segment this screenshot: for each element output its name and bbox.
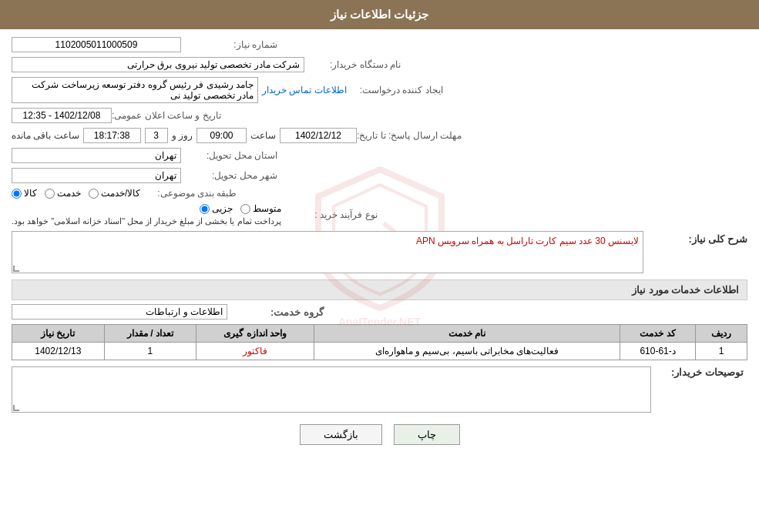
purchase-type-row: نوع فرآیند خرید : متوسط جزیی پرداخت تمام… [12,203,747,226]
delivery-city-value: تهران [12,168,181,183]
back-button[interactable]: بازگشت [300,424,382,445]
cell-service-name: فعالیت‌های مخابراتی باسیم، بی‌سیم و ماهو… [314,343,620,360]
category-label: طبقه بندی موضوعی: [140,188,240,199]
col-service-name: نام خدمت [314,325,620,343]
delivery-province-label: استان محل تحویل: [181,150,281,161]
col-need-date: تاریخ نیاز [12,325,105,343]
buyer-notes-resize [13,405,19,411]
table-row: 1 د-61-610 فعالیت‌های مخابراتی باسیم، بی… [12,343,747,360]
delivery-city-label: شهر محل تحویل: [181,170,281,181]
response-deadline-row: مهلت ارسال پاسخ: تا تاریخ: 1402/12/12 سا… [12,128,747,143]
service-group-value: اطلاعات و ارتباطات [12,304,227,320]
purchase-type-label: نوع فرآیند خرید : [281,209,381,220]
page-header: جزئیات اطلاعات نیاز [0,0,759,29]
cell-row-num: 1 [696,343,747,360]
remaining-label: ساعت باقی مانده [12,130,79,141]
category-row: طبقه بندی موضوعی: کالا/خدمت خدمت کالا [12,188,747,199]
print-button[interactable]: چاپ [394,424,460,445]
response-time-remaining: 18:17:38 [83,128,141,143]
category-kala-label: کالا [24,188,37,199]
purchase-motevaset[interactable]: متوسط [240,203,281,214]
cell-service-code: د-61-610 [620,343,695,360]
response-days-value: 3 [145,128,168,143]
need-number-value: 1102005011000509 [12,37,181,52]
buying-org-value: شرکت مادر تخصصی تولید نیروی برق حرارتی [12,57,304,72]
category-kala[interactable]: کالا [12,188,37,199]
cell-quantity: 1 [104,343,196,360]
resize-handle [13,266,19,272]
footer-buttons: چاپ بازگشت [12,417,747,453]
response-date-value: 1402/12/12 [280,128,357,143]
purchase-motevaset-label: متوسط [253,203,281,214]
description-value: لایسنس 30 عدد سیم کارت تاراسل به همراه س… [12,231,643,273]
description-box-wrapper: لایسنس 30 عدد سیم کارت تاراسل به همراه س… [12,231,643,273]
col-service-code: کد خدمت [620,325,695,343]
requester-value: جامد رشیدی فر رئیس گروه دفتر توسعه زیرسا… [12,77,258,103]
purchase-type-notice: پرداخت تمام یا بخشی از مبلغ خریدار از مح… [12,216,281,226]
buying-org-label: نام دستگاه خریدار: [304,59,405,70]
category-kala-khedmat[interactable]: کالا/خدمت [89,188,140,199]
time-label: ساعت [250,130,276,141]
service-group-label: گروه خدمت: [227,306,327,318]
delivery-province-value: تهران [12,148,181,163]
cell-need-date: 1402/12/13 [12,343,105,360]
purchase-type-radio-group: متوسط جزیی [200,203,281,214]
buyer-notes-box[interactable] [12,366,651,413]
purchase-jozei[interactable]: جزیی [200,203,233,214]
category-khedmat-label: خدمت [57,188,81,199]
services-info-title: اطلاعات خدمات مورد نیاز [12,279,747,300]
purchase-jozei-label: جزیی [212,203,233,214]
col-row-num: ردیف [696,325,747,343]
buyer-notes-label: توصیحات خریدار: [655,366,747,378]
page-title: جزئیات اطلاعات نیاز [331,8,428,21]
need-number-label: شماره نیاز: [181,39,281,50]
requester-row: ایجاد کننده درخواست: اطلاعات تماس خریدار… [12,77,747,103]
category-kala-khedmat-label: کالا/خدمت [101,188,140,199]
buying-org-row: نام دستگاه خریدار: شرکت مادر تخصصی تولید… [12,57,747,72]
description-label: شرح کلی نیاز: [647,231,747,245]
announce-date-value: 1402/12/08 - 12:35 [12,108,112,123]
services-table: ردیف کد خدمت نام خدمت واحد اندازه گیری ت… [12,324,747,360]
category-radio-group: کالا/خدمت خدمت کالا [12,188,140,199]
announce-datetime-row: تاریخ و ساعت اعلان عمومی: 1402/12/08 - 1… [12,108,747,123]
delivery-province-row: استان محل تحویل: تهران [12,148,747,163]
response-time-value: 09:00 [196,128,247,143]
need-number-row: شماره نیاز: 1102005011000509 [12,37,747,52]
requester-label: ایجاد کننده درخواست: [347,85,447,95]
col-unit: واحد اندازه گیری [196,325,314,343]
response-deadline-label: مهلت ارسال پاسخ: تا تاریخ: [357,130,465,141]
days-label: روز و [172,130,193,141]
col-quantity: تعداد / مقدار [104,325,196,343]
contact-link[interactable]: اطلاعات تماس خریدار [262,85,347,95]
service-group-row: گروه خدمت: اطلاعات و ارتباطات [12,304,747,320]
cell-unit: فاکتور [196,343,314,360]
announce-datetime-label: تاریخ و ساعت اعلان عمومی: [112,110,225,121]
description-section: شرح کلی نیاز: لایسنس 30 عدد سیم کارت تار… [12,231,747,273]
buyer-notes-row: توصیحات خریدار: [12,366,747,413]
buyer-notes-box-wrapper [12,366,651,413]
category-khedmat[interactable]: خدمت [45,188,81,199]
delivery-city-row: شهر محل تحویل: تهران [12,168,747,183]
